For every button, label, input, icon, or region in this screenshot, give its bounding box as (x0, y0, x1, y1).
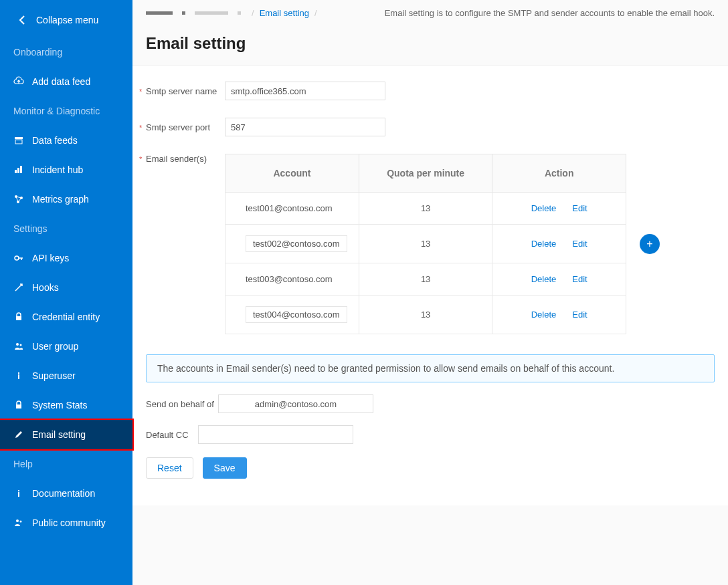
sidebar-item-label: Email setting (32, 429, 86, 440)
cloud-upload-icon (13, 76, 24, 87)
table-row: test001@contoso.com13DeleteEdit (225, 193, 626, 225)
smtp-server-port-label: Smtp server port (146, 122, 225, 132)
info-icon (13, 370, 24, 381)
cell-account: test003@contoso.com (225, 263, 359, 296)
breadcrumb-redacted (146, 11, 241, 15)
save-button[interactable]: Save (203, 457, 247, 479)
svg-point-8 (15, 256, 19, 260)
pencil-icon (13, 429, 24, 440)
svg-rect-2 (15, 170, 17, 173)
section-monitor: Monitor & Diagnostic (0, 96, 132, 126)
form-content: Smtp server name Smtp server port Email … (132, 65, 728, 505)
svg-rect-16 (18, 492, 19, 497)
hook-icon (13, 282, 24, 293)
section-help: Help (0, 449, 132, 479)
edit-link[interactable]: Edit (572, 310, 587, 320)
svg-point-11 (20, 344, 22, 346)
col-header-quota: Quota per minute (359, 154, 492, 193)
delete-link[interactable]: Delete (531, 239, 557, 249)
delete-link[interactable]: Delete (531, 274, 557, 284)
sidebar-item-label: Credential entity (32, 312, 100, 322)
delete-link[interactable]: Delete (531, 310, 557, 320)
archive-icon (13, 135, 24, 146)
sidebar-item-user-group[interactable]: User group (0, 332, 132, 361)
sidebar-item-email-setting[interactable]: Email setting (0, 420, 132, 449)
key-icon (13, 253, 24, 263)
svg-point-10 (16, 343, 19, 346)
smtp-server-name-label: Smtp server name (146, 86, 225, 96)
sidebar-item-add-data-feed[interactable]: Add data feed (0, 67, 132, 96)
svg-rect-13 (18, 374, 19, 379)
sidebar-item-label: Public community (32, 517, 106, 528)
sidebar-item-label: Incident hub (32, 164, 83, 175)
sidebar-item-label: Add data feed (32, 76, 90, 87)
sidebar-item-incident-hub[interactable]: Incident hub (0, 155, 132, 185)
cell-quota: 13 (359, 193, 492, 225)
sidebar-item-label: Metrics graph (32, 194, 89, 205)
sidebar-item-label: User group (32, 341, 78, 352)
sidebar-item-label: Data feeds (32, 135, 78, 146)
sidebar-item-documentation[interactable]: Documentation (0, 479, 132, 508)
col-header-action: Action (492, 154, 626, 193)
sidebar-item-label: Superuser (32, 370, 76, 381)
collapse-menu[interactable]: Collapse menu (0, 5, 132, 37)
breadcrumb-current[interactable]: Email setting (260, 8, 309, 18)
sidebar-item-hooks[interactable]: Hooks (0, 273, 132, 302)
svg-rect-0 (15, 137, 23, 139)
lock-icon (13, 312, 24, 322)
sidebar-item-metrics-graph[interactable]: Metrics graph (0, 185, 132, 214)
cell-quota: 13 (359, 296, 492, 334)
sidebar-item-label: Documentation (32, 488, 95, 499)
cell-account: test001@contoso.com (225, 193, 359, 225)
svg-rect-3 (17, 168, 19, 173)
users-icon (13, 517, 24, 528)
section-onboarding: Onboarding (0, 37, 132, 67)
send-behalf-label: Send on behalf of (146, 399, 218, 409)
cell-account: test004@contoso.com (225, 296, 359, 334)
col-header-account: Account (225, 154, 359, 193)
smtp-server-name-input[interactable] (225, 82, 385, 100)
edit-link[interactable]: Edit (572, 274, 587, 284)
default-cc-input[interactable] (198, 425, 353, 444)
page-title: Email setting (132, 26, 728, 65)
svg-rect-9 (16, 316, 21, 320)
collapse-label: Collapse menu (36, 15, 98, 25)
cell-account: test002@contoso.com (225, 225, 359, 263)
info-icon (13, 488, 24, 499)
sidebar-item-label: System Stats (32, 400, 87, 411)
default-cc-label: Default CC (146, 430, 198, 440)
cell-action: DeleteEdit (492, 296, 626, 334)
chart-icon (13, 164, 24, 175)
sidebar-item-data-feeds[interactable]: Data feeds (0, 126, 132, 155)
breadcrumb-separator: / (252, 8, 254, 18)
cell-action: DeleteEdit (492, 193, 626, 225)
edit-link[interactable]: Edit (572, 203, 587, 213)
table-row: test004@contoso.com13DeleteEdit (225, 296, 626, 334)
reset-button[interactable]: Reset (146, 457, 193, 479)
sidebar-item-public-community[interactable]: Public community (0, 508, 132, 538)
table-row: test002@contoso.com13DeleteEdit (225, 225, 626, 263)
sidebar: Collapse menu Onboarding Add data feed M… (0, 0, 132, 585)
top-bar: / Email setting / Email setting is to co… (132, 0, 728, 26)
graph-icon (13, 194, 24, 205)
info-banner: The accounts in Email sender(s) need to … (146, 354, 715, 382)
cell-quota: 13 (359, 225, 492, 263)
svg-point-18 (20, 521, 22, 523)
table-row: test003@contoso.com13DeleteEdit (225, 263, 626, 296)
cell-action: DeleteEdit (492, 263, 626, 296)
edit-link[interactable]: Edit (572, 239, 587, 249)
sidebar-item-system-stats[interactable]: System Stats (0, 390, 132, 420)
sidebar-item-credential-entity[interactable]: Credential entity (0, 302, 132, 332)
add-sender-button[interactable]: + (640, 234, 660, 254)
send-behalf-input[interactable] (218, 394, 373, 413)
breadcrumb-separator: / (314, 8, 317, 18)
svg-rect-12 (18, 372, 19, 374)
smtp-server-port-input[interactable] (225, 118, 385, 136)
sidebar-item-label: Hooks (32, 282, 59, 293)
sidebar-item-superuser[interactable]: Superuser (0, 361, 132, 390)
svg-point-17 (16, 519, 19, 522)
delete-link[interactable]: Delete (531, 203, 557, 213)
email-senders-label: Email sender(s) (146, 154, 225, 164)
svg-rect-15 (18, 490, 19, 491)
sidebar-item-api-keys[interactable]: API keys (0, 243, 132, 273)
